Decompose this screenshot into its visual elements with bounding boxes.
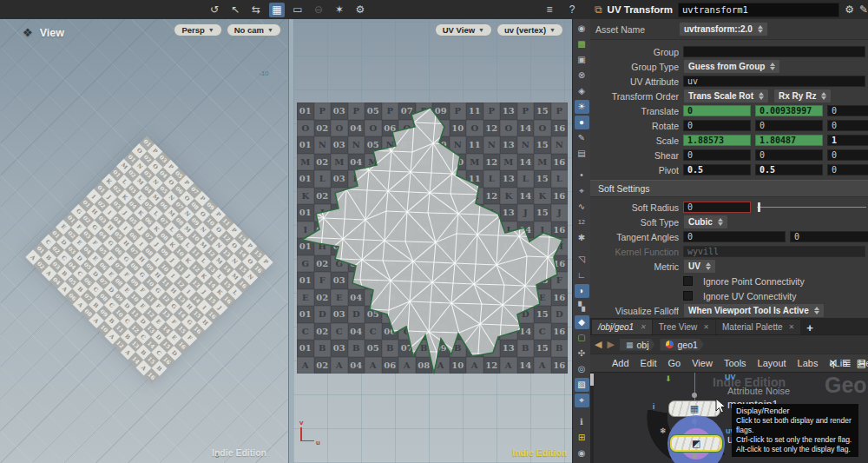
- network-editor[interactable]: Indie Edition Geometry Attribute Noise U…: [590, 372, 868, 463]
- normals-display-icon[interactable]: ∿: [575, 200, 589, 214]
- view-orbit-tool-icon[interactable]: ↺: [207, 3, 222, 17]
- network-tools-icon[interactable]: ✕: [829, 357, 838, 369]
- dropdown-guess-from-group[interactable]: Guess from Group: [683, 59, 780, 74]
- fan-icon[interactable]: ✣: [575, 347, 589, 360]
- viewport-menu-icon[interactable]: ❖: [23, 26, 33, 39]
- background-image-icon[interactable]: ▧: [575, 378, 589, 392]
- close-icon[interactable]: ✕: [640, 323, 646, 331]
- node-uvtransform1[interactable]: ◩: [670, 435, 722, 452]
- menu-tools[interactable]: Tools: [724, 358, 746, 368]
- visibility-bottom-icon[interactable]: ◉: [575, 446, 589, 460]
- param-field[interactable]: 0: [827, 120, 868, 131]
- forward-arrow-icon[interactable]: ▶: [607, 339, 614, 350]
- menu-go[interactable]: Go: [668, 358, 681, 368]
- param-field[interactable]: 1.80487: [755, 135, 823, 146]
- pin-view-icon[interactable]: ⌖: [575, 394, 589, 407]
- node-output-connector[interactable]: [692, 453, 697, 459]
- camera-view-icon[interactable]: ▤: [575, 147, 589, 161]
- param-slider[interactable]: [755, 202, 868, 213]
- gear-icon[interactable]: ⚙: [845, 3, 854, 16]
- param-field[interactable]: 0: [683, 149, 751, 161]
- grid-display-icon[interactable]: ⊞: [575, 431, 589, 445]
- param-field[interactable]: 0.5: [755, 164, 823, 175]
- visibility-icon[interactable]: ◉: [575, 22, 589, 36]
- checkbox[interactable]: [683, 276, 693, 286]
- tree-panel-icon[interactable]: ≣: [843, 357, 852, 369]
- close-icon[interactable]: ✕: [703, 323, 709, 331]
- menu-layout[interactable]: Layout: [758, 358, 786, 368]
- param-field[interactable]: [683, 46, 865, 57]
- dropdown-when-viewport-tool-is-active[interactable]: When Viewport Tool Is Active: [683, 303, 825, 318]
- hide-unselected-icon[interactable]: ⊗: [575, 69, 589, 83]
- group-frame-icon[interactable]: ▢: [575, 331, 589, 345]
- freeze-badge-icon[interactable]: ❄: [660, 427, 667, 435]
- no-cam-pill[interactable]: No cam▼: [227, 23, 281, 36]
- param-field[interactable]: 0: [755, 120, 823, 131]
- rings-icon[interactable]: ◎: [575, 362, 589, 376]
- asset-version-dropdown[interactable]: uvtransform::2.0: [679, 22, 768, 36]
- node-input-connector[interactable]: [692, 393, 697, 398]
- uv-attribute-pill[interactable]: uv (vertex)▼: [496, 23, 563, 36]
- param-field[interactable]: 0.00938997: [755, 105, 823, 116]
- network-scrollbar[interactable]: [590, 373, 594, 463]
- snap-tool-icon[interactable]: ⌖: [575, 184, 589, 198]
- node-name-input[interactable]: uvtransform1: [678, 3, 839, 17]
- uv-viewport[interactable]: 01P03P05P07P09P11P13P15PO02O04O06O08O10O…: [293, 19, 572, 463]
- param-field[interactable]: 0: [827, 164, 868, 175]
- dropdown-cubic[interactable]: Cubic: [683, 215, 728, 229]
- menu-labs[interactable]: Labs: [798, 358, 819, 368]
- menu-add[interactable]: Add: [612, 358, 629, 368]
- perspective-viewport[interactable]: -10 5 01P03P05P07P09P11P13P15PO02O04O06O…: [0, 19, 288, 463]
- uv-viewport-tool-icon[interactable]: ▦: [269, 3, 285, 17]
- persp-camera-pill[interactable]: Persp▼: [174, 23, 221, 36]
- headlight-icon[interactable]: ☀: [575, 100, 589, 114]
- param-field[interactable]: 1.88573: [683, 135, 751, 146]
- param-field[interactable]: 0: [683, 231, 786, 242]
- param-field[interactable]: 0.5: [683, 164, 751, 175]
- tab-material-palette[interactable]: Material Palette✕: [716, 320, 800, 334]
- info-badge-icon[interactable]: i: [653, 402, 654, 411]
- uv-quickshade-icon[interactable]: ▩: [575, 37, 589, 51]
- param-field[interactable]: 0: [827, 105, 868, 116]
- param-field[interactable]: 0: [683, 105, 751, 116]
- param-field[interactable]: 0: [790, 231, 868, 242]
- ghost-objects-icon[interactable]: ◈: [575, 84, 589, 98]
- handles-icon[interactable]: ✶: [332, 3, 347, 17]
- ruler-icon[interactable]: ∟: [575, 268, 589, 282]
- close-icon[interactable]: ✕: [789, 323, 795, 331]
- flat-shaded-icon[interactable]: ◗: [575, 284, 589, 298]
- param-field[interactable]: 1: [827, 135, 868, 146]
- section-header-soft-settings[interactable]: Soft Settings: [590, 180, 868, 197]
- param-field[interactable]: 0: [755, 149, 823, 161]
- info-icon[interactable]: ℹ: [575, 415, 589, 429]
- param-field[interactable]: 0: [683, 120, 751, 131]
- uv-view-pill[interactable]: UV View▼: [435, 23, 492, 36]
- network-menu-icon[interactable]: ▤: [857, 357, 866, 369]
- subtract-select-icon[interactable]: ⊖: [311, 3, 326, 17]
- points-display-icon[interactable]: •: [575, 169, 589, 182]
- uv-visualizer-badge[interactable]: UV: [725, 373, 736, 381]
- corner-pin-icon[interactable]: ◹: [575, 253, 589, 267]
- checkbox[interactable]: [683, 291, 693, 301]
- display-options-icon[interactable]: ≡: [542, 3, 557, 17]
- point-numbers-icon[interactable]: 12: [575, 215, 589, 229]
- param-field[interactable]: 0: [683, 202, 751, 213]
- lock-camera-icon[interactable]: ▣: [575, 53, 589, 67]
- uv-overlay-icon[interactable]: ◆: [575, 315, 589, 329]
- back-arrow-icon[interactable]: ◀: [595, 339, 602, 350]
- breadcrumb-geo1[interactable]: geo1: [660, 339, 703, 351]
- shade-mode-icon[interactable]: ●: [575, 116, 589, 129]
- dropdown-trans-scale-rot[interactable]: Trans Scale Rot: [683, 89, 769, 103]
- tab-tree-view[interactable]: Tree View✕: [653, 320, 715, 334]
- brush-icon[interactable]: ✎: [859, 3, 868, 16]
- add-tab-button[interactable]: +: [801, 321, 819, 334]
- breadcrumb-obj[interactable]: ▦ obj: [620, 339, 655, 351]
- box-select-icon[interactable]: ▭: [290, 3, 306, 17]
- bypass-arrow-icon[interactable]: ⬇: [665, 374, 672, 383]
- param-field[interactable]: wyvill: [683, 246, 865, 257]
- param-field[interactable]: 0: [827, 149, 868, 161]
- help-icon[interactable]: ?: [564, 3, 580, 17]
- param-field[interactable]: uv: [683, 76, 865, 87]
- menu-edit[interactable]: Edit: [641, 358, 657, 368]
- tool-options-icon[interactable]: ⚙: [352, 3, 368, 17]
